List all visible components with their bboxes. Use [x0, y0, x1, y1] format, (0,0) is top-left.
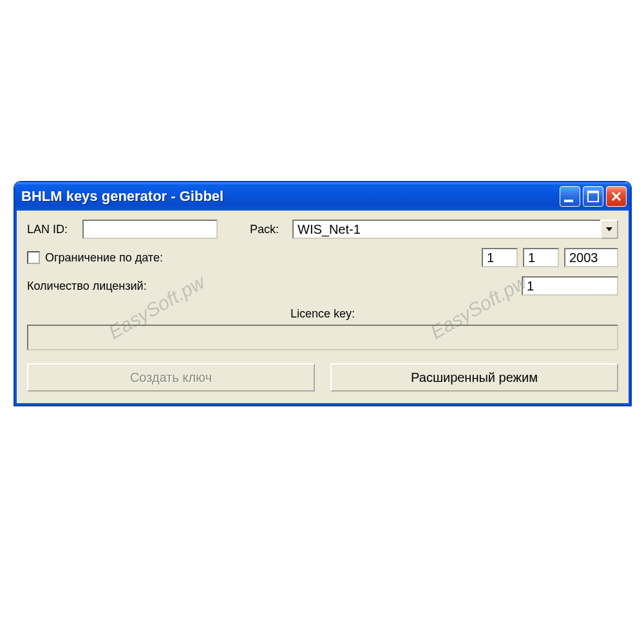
client-area: LAN ID: Pack: Ограничение по дате: Колич… — [15, 211, 630, 405]
date-group — [482, 248, 618, 267]
minimize-button[interactable] — [560, 186, 580, 207]
app-window: BHLM keys generator - Gibbel LAN ID: Pac… — [14, 182, 631, 406]
lan-id-input[interactable] — [82, 220, 218, 239]
pack-combobox[interactable] — [292, 220, 618, 239]
license-key-output — [27, 325, 618, 350]
pack-label: Pack: — [250, 223, 292, 236]
lan-id-label: LAN ID: — [27, 223, 82, 236]
pack-dropdown-button[interactable] — [600, 220, 618, 239]
date-limit-checkbox[interactable] — [27, 251, 40, 264]
create-key-label: Создать ключ — [130, 370, 212, 385]
maximize-button[interactable] — [583, 186, 603, 207]
license-count-input[interactable] — [522, 276, 618, 296]
close-button[interactable] — [606, 186, 627, 207]
advanced-mode-button[interactable]: Расширенный режим — [330, 363, 618, 392]
window-title: BHLM keys generator - Gibbel — [21, 188, 557, 205]
date-limit-label: Ограничение по дате: — [45, 251, 163, 265]
date-month-input[interactable] — [523, 248, 559, 267]
license-key-label: Licence key: — [290, 307, 355, 321]
pack-input[interactable] — [292, 220, 600, 239]
title-bar[interactable]: BHLM keys generator - Gibbel — [15, 182, 630, 211]
license-count-label: Количество лицензий: — [27, 279, 147, 293]
create-key-button[interactable]: Создать ключ — [27, 363, 315, 392]
advanced-mode-label: Расширенный режим — [411, 370, 538, 385]
date-day-input[interactable] — [482, 248, 518, 267]
date-year-input[interactable] — [564, 248, 618, 267]
